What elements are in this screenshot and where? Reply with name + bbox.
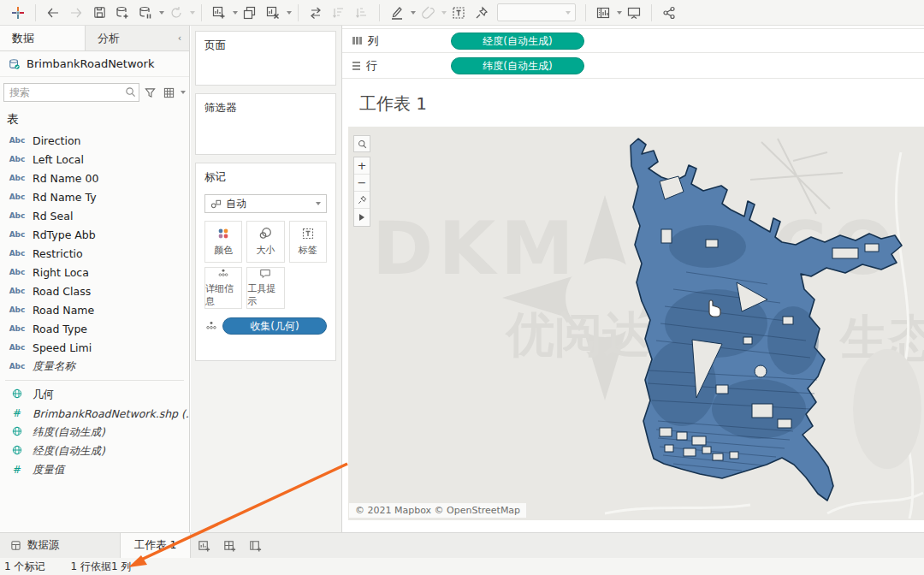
refresh-data-caret[interactable]: [190, 11, 195, 15]
field-label: Left Local: [33, 153, 84, 166]
forward-icon[interactable]: [65, 3, 87, 23]
new-dashboard-tab-button[interactable]: [216, 533, 242, 558]
filter-fields-icon[interactable]: [141, 83, 158, 102]
sort-descending-icon[interactable]: [351, 3, 373, 23]
new-data-source-icon[interactable]: [111, 3, 133, 23]
active-sheet-tab-label: 工作表 1: [134, 538, 176, 553]
rows-shelf[interactable]: 行 纬度(自动生成): [342, 54, 924, 79]
field-rd-name-ty[interactable]: AbcRd Name Ty: [0, 187, 189, 206]
new-worksheet-caret[interactable]: [233, 11, 238, 15]
search-row: [3, 83, 186, 102]
share-icon[interactable]: [658, 3, 680, 23]
presentation-mode-icon[interactable]: [623, 3, 645, 23]
new-worksheet-tab-button[interactable]: [191, 533, 216, 558]
detail-shelf-icon: [204, 320, 218, 332]
rows-icon: [352, 62, 360, 71]
view-options-caret[interactable]: [181, 91, 186, 94]
map-pin-button[interactable]: [354, 192, 370, 209]
columns-shelf[interactable]: 列 经度(自动生成): [342, 28, 924, 53]
longitude-pill[interactable]: 经度(自动生成): [451, 33, 584, 50]
detail-button[interactable]: 详细信息: [204, 267, 242, 309]
basemap-runways: [750, 139, 843, 214]
cards-column: 页面 筛选器 标记 自动 颜色 大小 标签: [191, 26, 342, 532]
view-options-icon[interactable]: [160, 83, 177, 102]
active-sheet-tab[interactable]: 工作表 1: [120, 533, 191, 558]
format-links-caret[interactable]: [441, 11, 447, 15]
refresh-data-icon[interactable]: [165, 3, 187, 23]
map-search-button[interactable]: [353, 135, 370, 152]
duplicate-sheet-icon[interactable]: [239, 3, 261, 23]
pause-auto-updates-icon[interactable]: [134, 3, 157, 23]
search-input[interactable]: [3, 83, 139, 102]
field-measure-names[interactable]: Abc度量名称: [0, 357, 189, 376]
swap-rows-columns-icon[interactable]: [305, 3, 327, 23]
search-icon: [125, 86, 136, 98]
field-latitude-generated[interactable]: 纬度(自动生成): [0, 423, 189, 442]
filters-shelf[interactable]: 筛选器: [195, 93, 336, 155]
hash-icon: #: [7, 464, 27, 476]
field-longitude-generated[interactable]: 经度(自动生成): [0, 442, 189, 460]
label-button[interactable]: 标签: [289, 221, 327, 263]
fit-selector[interactable]: [497, 3, 576, 21]
save-icon[interactable]: [88, 3, 110, 23]
marks-card-label: 标记: [204, 170, 226, 183]
field-right-loca[interactable]: AbcRight Loca: [0, 263, 189, 282]
map-expand-controls-button[interactable]: [354, 209, 370, 226]
show-cards-icon[interactable]: [592, 3, 614, 23]
field-speed-limi[interactable]: AbcSpeed Limi: [0, 338, 189, 357]
field-label: 纬度(自动生成): [33, 425, 105, 440]
clear-sheet-caret[interactable]: [287, 11, 292, 15]
tab-analytics[interactable]: 分析: [86, 26, 170, 50]
field-geometry[interactable]: 几何: [0, 385, 189, 404]
latitude-pill[interactable]: 纬度(自动生成): [451, 57, 584, 74]
new-worksheet-icon[interactable]: [208, 3, 230, 23]
datasource-item[interactable]: BrimbankRoadNetwork: [0, 51, 189, 77]
tab-data[interactable]: 数据: [0, 26, 86, 50]
highlight-caret[interactable]: [411, 11, 416, 15]
abc-icon: Abc: [7, 287, 27, 295]
datasource-tab[interactable]: 数据源: [0, 533, 111, 558]
highlight-icon[interactable]: [386, 3, 408, 23]
back-icon[interactable]: [42, 3, 64, 23]
field-direction[interactable]: AbcDirection: [0, 131, 189, 150]
field-left-local[interactable]: AbcLeft Local: [0, 150, 189, 169]
zoom-in-icon: +: [358, 159, 367, 172]
collect-geometry-pill[interactable]: 收集(几何): [222, 317, 327, 335]
fix-axes-icon[interactable]: [471, 3, 493, 23]
field-restrictio[interactable]: AbcRestrictio: [0, 244, 189, 263]
tableau-logo-icon[interactable]: [7, 3, 29, 23]
sort-ascending-icon[interactable]: [328, 3, 350, 23]
label-button-label: 标签: [299, 244, 317, 257]
field-rdtype-abb[interactable]: AbcRdType Abb: [0, 225, 189, 244]
field-rd-name-00[interactable]: AbcRd Name 00: [0, 169, 189, 187]
field-measure-values[interactable]: #度量值: [0, 460, 189, 479]
tableau-window: 数据 分析 ‹ BrimbankRoadNetwork 表 AbcDirecti: [0, 0, 924, 575]
new-story-tab-button[interactable]: [242, 533, 268, 558]
field-road-class[interactable]: AbcRoad Class: [0, 282, 189, 300]
tooltip-button[interactable]: 工具提示: [246, 267, 284, 309]
field-rd-seal[interactable]: AbcRd Seal: [0, 206, 189, 225]
size-button[interactable]: 大小: [246, 221, 284, 263]
format-links-icon[interactable]: [417, 3, 439, 23]
show-cards-caret[interactable]: [617, 11, 622, 15]
pane-tabs: 数据 分析 ‹: [0, 26, 189, 51]
field-road-name[interactable]: AbcRoad Name: [0, 300, 189, 319]
field-shp-count[interactable]: #BrimbankRoadNetwork.shp (...: [0, 404, 189, 423]
color-button[interactable]: 颜色: [204, 221, 242, 263]
field-road-type[interactable]: AbcRoad Type: [0, 319, 189, 338]
datasource-name: BrimbankRoadNetwork: [27, 57, 154, 70]
show-mark-labels-icon[interactable]: [447, 3, 470, 23]
map-zoom-out-button[interactable]: −: [354, 175, 370, 192]
pages-shelf[interactable]: 页面: [195, 31, 336, 86]
map-view[interactable]: DKM CO 优阅达 生态: [348, 127, 924, 520]
pause-auto-updates-caret[interactable]: [159, 11, 164, 15]
field-label: Road Class: [33, 285, 91, 298]
sheet-tab-strip: 数据源 工作表 1: [0, 532, 924, 558]
globe-icon: [7, 388, 27, 401]
pane-collapse-icon[interactable]: ‹: [170, 26, 189, 50]
globe-icon: [7, 426, 27, 439]
clear-sheet-icon[interactable]: [262, 3, 284, 23]
mark-type-dropdown[interactable]: 自动: [204, 194, 327, 213]
map-zoom-in-button[interactable]: +: [354, 157, 370, 175]
field-label: RdType Abb: [33, 228, 96, 241]
